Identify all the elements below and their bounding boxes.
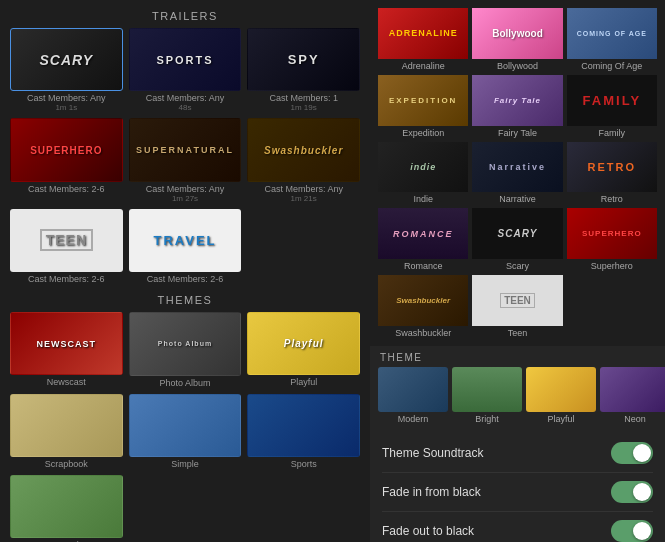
adrenaline-thumb[interactable]: ADRENALINE bbox=[378, 8, 468, 59]
list-item[interactable]: SUPERHERO Cast Members: 2-6 bbox=[10, 118, 123, 202]
list-item[interactable]: NEWSCAST Newscast bbox=[10, 312, 123, 387]
thumb-label: Narrative bbox=[472, 194, 562, 204]
list-item[interactable]: SPORTS Cast Members: Any 48s bbox=[129, 28, 242, 112]
playful-thumb[interactable]: Playful bbox=[247, 312, 360, 375]
neon-theme-thumb[interactable] bbox=[600, 367, 665, 412]
sports2-thumb[interactable] bbox=[247, 394, 360, 457]
thumb-label: Cast Members: 2-6 bbox=[28, 274, 105, 284]
fade-out-label: Fade out to black bbox=[382, 524, 474, 538]
list-item[interactable]: TEEN Teen bbox=[472, 275, 562, 338]
theme-soundtrack-label: Theme Soundtrack bbox=[382, 446, 483, 460]
teen-r-thumb[interactable]: TEEN bbox=[472, 275, 562, 326]
romance-thumb[interactable]: ROMANCE bbox=[378, 208, 468, 259]
thumb-label: Swashbuckler bbox=[378, 328, 468, 338]
list-item[interactable]: Playful bbox=[526, 367, 596, 424]
thumb-inner bbox=[378, 367, 448, 412]
thumb-meta: 1m 19s bbox=[291, 103, 317, 112]
list-item[interactable]: TEEN Cast Members: 2-6 bbox=[10, 209, 123, 284]
teen-thumb[interactable]: TEEN bbox=[10, 209, 123, 272]
list-item[interactable]: ADRENALINE Adrenaline bbox=[378, 8, 468, 71]
thumb-inner: SUPERHERO bbox=[567, 208, 657, 259]
superhero-r-thumb[interactable]: SUPERHERO bbox=[567, 208, 657, 259]
theme-soundtrack-toggle[interactable] bbox=[611, 442, 653, 464]
fade-in-row: Fade in from black bbox=[382, 473, 653, 512]
list-item[interactable]: EXPEDITION Expedition bbox=[378, 75, 468, 138]
list-item[interactable]: ROMANCE Romance bbox=[378, 208, 468, 271]
thumb-meta: 1m 27s bbox=[172, 194, 198, 203]
thumb-inner bbox=[452, 367, 522, 412]
list-item[interactable]: Neon bbox=[600, 367, 665, 424]
thumb-label: Indie bbox=[378, 194, 468, 204]
bollywood-thumb[interactable]: Bollywood bbox=[472, 8, 562, 59]
list-item[interactable]: iNDiE Indie bbox=[378, 142, 468, 205]
newscast-thumb[interactable]: NEWSCAST bbox=[10, 312, 123, 375]
scrapbook-thumb[interactable] bbox=[10, 394, 123, 457]
thumb-label: Scary bbox=[472, 261, 562, 271]
fade-out-toggle[interactable] bbox=[611, 520, 653, 542]
thumb-inner: Scary bbox=[472, 208, 562, 259]
photoalbum-thumb[interactable]: Photo Album bbox=[129, 312, 242, 375]
list-item[interactable]: Swashbuckler Cast Members: Any 1m 21s bbox=[247, 118, 360, 202]
list-item[interactable]: Scary Scary bbox=[472, 208, 562, 271]
list-item[interactable]: Fairy Tale Fairy Tale bbox=[472, 75, 562, 138]
list-item[interactable]: Sports bbox=[247, 394, 360, 469]
left-panel: TRAILERS Scary Cast Members: Any 1m 1s S… bbox=[0, 0, 370, 542]
list-item[interactable]: Scary Cast Members: Any 1m 1s bbox=[10, 28, 123, 112]
simple-thumb[interactable] bbox=[129, 394, 242, 457]
theme-soundtrack-row: Theme Soundtrack bbox=[382, 434, 653, 473]
family-thumb[interactable]: FAMILY bbox=[567, 75, 657, 126]
supernatural-thumb[interactable]: SUPERNATURAL bbox=[129, 118, 242, 181]
swashbuckler-thumb[interactable]: Swashbuckler bbox=[247, 118, 360, 181]
list-item[interactable]: RETRO Retro bbox=[567, 142, 657, 205]
list-item[interactable]: SUPERNATURAL Cast Members: Any 1m 27s bbox=[129, 118, 242, 202]
list-item[interactable]: Simple bbox=[129, 394, 242, 469]
list-item[interactable]: Playful Playful bbox=[247, 312, 360, 387]
sports-thumb[interactable]: SPORTS bbox=[129, 28, 242, 91]
list-item[interactable]: Modern bbox=[378, 367, 448, 424]
indie-thumb[interactable]: iNDiE bbox=[378, 142, 468, 193]
fade-out-row: Fade out to black bbox=[382, 512, 653, 542]
thumb-label: Cast Members: Any bbox=[264, 184, 343, 194]
thumb-label: Superhero bbox=[567, 261, 657, 271]
modern-theme-thumb[interactable] bbox=[378, 367, 448, 412]
travel2-thumb[interactable] bbox=[10, 475, 123, 538]
list-item[interactable]: Swashbuckler Swashbuckler bbox=[378, 275, 468, 338]
thumb-inner: EXPEDITION bbox=[378, 75, 468, 126]
list-item[interactable]: Photo Album Photo Album bbox=[129, 312, 242, 387]
thumb-text: Playful bbox=[284, 338, 324, 349]
spy-thumb[interactable]: SPY bbox=[247, 28, 360, 91]
thumb-label: Coming Of Age bbox=[567, 61, 657, 71]
fade-in-toggle[interactable] bbox=[611, 481, 653, 503]
list-item[interactable]: Bright bbox=[452, 367, 522, 424]
list-item[interactable]: SUPERHERO Superhero bbox=[567, 208, 657, 271]
list-item[interactable]: FAMILY Family bbox=[567, 75, 657, 138]
list-item[interactable]: SPY Cast Members: 1 1m 19s bbox=[247, 28, 360, 112]
list-item[interactable]: Travel bbox=[10, 475, 123, 542]
scary-thumb[interactable]: Scary bbox=[10, 28, 123, 91]
thumb-meta: 48s bbox=[179, 103, 192, 112]
list-item[interactable]: Narrative Narrative bbox=[472, 142, 562, 205]
thumb-label: Cast Members: Any bbox=[146, 184, 225, 194]
swashbuckler-r-thumb[interactable]: Swashbuckler bbox=[378, 275, 468, 326]
retro-thumb[interactable]: RETRO bbox=[567, 142, 657, 193]
comingofage-thumb[interactable]: Coming Of Age bbox=[567, 8, 657, 59]
narrative-thumb[interactable]: Narrative bbox=[472, 142, 562, 193]
thumb-text: SUPERNATURAL bbox=[136, 145, 234, 155]
travel-thumb[interactable]: TRAVEL bbox=[129, 209, 242, 272]
thumb-inner: TEEN bbox=[472, 275, 562, 326]
fairytale-thumb[interactable]: Fairy Tale bbox=[472, 75, 562, 126]
bright-theme-thumb[interactable] bbox=[452, 367, 522, 412]
scary-r-thumb[interactable]: Scary bbox=[472, 208, 562, 259]
list-item[interactable]: Bollywood Bollywood bbox=[472, 8, 562, 71]
right-panel: ADRENALINE Adrenaline Bollywood Bollywoo… bbox=[370, 0, 665, 542]
thumb-inner: RETRO bbox=[567, 142, 657, 193]
list-item[interactable]: TRAVEL Cast Members: 2-6 bbox=[129, 209, 242, 284]
list-item[interactable]: Scrapbook bbox=[10, 394, 123, 469]
thumb-inner bbox=[600, 367, 665, 412]
list-item[interactable]: Coming Of Age Coming Of Age bbox=[567, 8, 657, 71]
playful-theme-thumb[interactable] bbox=[526, 367, 596, 412]
superhero-thumb[interactable]: SUPERHERO bbox=[10, 118, 123, 181]
thumb-text: Scary bbox=[39, 52, 93, 68]
themes-grid: NEWSCAST Newscast Photo Album Photo Albu… bbox=[0, 312, 370, 542]
expedition-thumb[interactable]: EXPEDITION bbox=[378, 75, 468, 126]
